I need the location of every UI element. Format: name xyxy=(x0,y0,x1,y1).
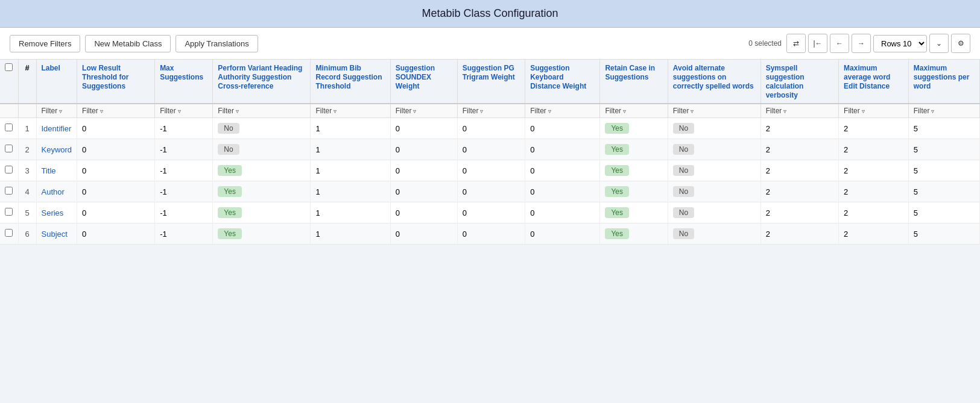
filter-max-edit-text: Filter xyxy=(844,107,860,115)
row-checkbox-cell[interactable] xyxy=(0,223,18,245)
row-symspell: 2 xyxy=(760,202,838,223)
row-label-cell[interactable]: Subject xyxy=(36,223,77,245)
filter-max-word-icon: ▿ xyxy=(931,108,934,114)
filter-max-sugg-cell[interactable]: Filter ▿ xyxy=(155,104,213,118)
filter-avoid-cell[interactable]: Filter ▿ xyxy=(668,104,760,118)
table-row: 4 Author 0 -1 Yes 1 0 0 0 Yes No 2 2 5 xyxy=(0,181,980,202)
row-label[interactable]: Keyword xyxy=(42,145,72,154)
symspell-sort-link[interactable]: Symspell suggestion calculation verbosit… xyxy=(766,64,805,99)
row-max-per-word: 5 xyxy=(908,160,979,181)
select-all-header[interactable] xyxy=(0,60,18,104)
row-label[interactable]: Title xyxy=(42,166,56,175)
pg-trigram-sort-link[interactable]: Suggestion PG Trigram Weight xyxy=(463,64,515,81)
sort-icon-button[interactable]: ⇄ xyxy=(786,34,806,53)
retain-case-sort-link[interactable]: Retain Case in Suggestions xyxy=(605,64,655,81)
row-checkbox-cell[interactable] xyxy=(0,160,18,181)
label-sort-link[interactable]: Label xyxy=(42,64,60,72)
keyboard-sort-link[interactable]: Suggestion Keyboard Distance Weight xyxy=(530,64,586,90)
filter-low-result-cell[interactable]: Filter ▿ xyxy=(77,104,155,118)
apply-translations-button[interactable]: Apply Translations xyxy=(175,35,258,52)
row-checkbox[interactable] xyxy=(5,145,13,152)
row-label-cell[interactable]: Identifier xyxy=(36,118,77,139)
header-label[interactable]: Label xyxy=(36,60,77,104)
select-all-checkbox[interactable] xyxy=(5,63,13,71)
settings-button[interactable]: ⚙ xyxy=(951,34,970,53)
rows-per-page-select[interactable]: Rows 10 Rows 25 Rows 50 xyxy=(873,35,927,52)
avoid-alt-badge: No xyxy=(673,165,694,176)
header-max-per-word[interactable]: Maximum suggestions per word xyxy=(908,60,979,104)
row-max-sugg: -1 xyxy=(155,181,213,202)
filter-max-edit-cell[interactable]: Filter ▿ xyxy=(839,104,909,118)
header-low-result[interactable]: Low Result Threshold for Suggestions xyxy=(77,60,155,104)
row-max-sugg: -1 xyxy=(155,202,213,223)
row-perform-variant: No xyxy=(213,139,311,160)
row-checkbox-cell[interactable] xyxy=(0,139,18,160)
row-label-cell[interactable]: Series xyxy=(36,202,77,223)
filter-soundex-cell[interactable]: Filter ▿ xyxy=(390,104,457,118)
max-avg-edit-sort-link[interactable]: Maximum average word Edit Distance xyxy=(844,64,890,90)
row-label-cell[interactable]: Author xyxy=(36,181,77,202)
header-min-bib[interactable]: Minimum Bib Record Suggestion Threshold xyxy=(311,60,390,104)
row-label-cell[interactable]: Title xyxy=(36,160,77,181)
rows-dropdown-button[interactable]: ⌄ xyxy=(929,34,949,53)
row-checkbox[interactable] xyxy=(5,229,13,237)
row-checkbox-cell[interactable] xyxy=(0,118,18,139)
row-label[interactable]: Series xyxy=(42,208,64,217)
row-max-per-word: 5 xyxy=(908,181,979,202)
row-min-bib: 1 xyxy=(311,139,390,160)
filter-max-word-cell[interactable]: Filter ▿ xyxy=(908,104,979,118)
row-num: 5 xyxy=(18,202,36,223)
filter-retain-cell[interactable]: Filter ▿ xyxy=(600,104,668,118)
row-keyboard: 0 xyxy=(525,202,600,223)
row-soundex: 0 xyxy=(390,160,457,181)
filter-keyboard-cell[interactable]: Filter ▿ xyxy=(525,104,600,118)
prev-page-button[interactable]: ← xyxy=(830,34,849,53)
low-result-sort-link[interactable]: Low Result Threshold for Suggestions xyxy=(82,64,128,90)
filter-max-word-text: Filter xyxy=(914,107,930,115)
max-sugg-sort-link[interactable]: Max Suggestions xyxy=(160,64,203,81)
new-metabib-class-button[interactable]: New Metabib Class xyxy=(85,35,171,52)
row-retain-case: Yes xyxy=(600,139,668,160)
min-bib-sort-link[interactable]: Minimum Bib Record Suggestion Threshold xyxy=(315,64,382,90)
row-perform-variant: Yes xyxy=(213,160,311,181)
retain-case-badge: Yes xyxy=(605,186,629,197)
row-min-bib: 1 xyxy=(311,181,390,202)
row-max-sugg: -1 xyxy=(155,160,213,181)
filter-label-cell[interactable]: Filter ▿ xyxy=(36,104,77,118)
soundex-sort-link[interactable]: Suggestion SOUNDEX Weight xyxy=(396,64,435,90)
row-checkbox[interactable] xyxy=(5,166,13,173)
perform-variant-sort-link[interactable]: Perform Variant Heading Authority Sugges… xyxy=(218,64,302,90)
header-soundex[interactable]: Suggestion SOUNDEX Weight xyxy=(390,60,457,104)
header-perform-variant[interactable]: Perform Variant Heading Authority Sugges… xyxy=(213,60,311,104)
row-pg-trigram: 0 xyxy=(457,202,525,223)
row-checkbox-cell[interactable] xyxy=(0,202,18,223)
row-pg-trigram: 0 xyxy=(457,139,525,160)
max-per-word-sort-link[interactable]: Maximum suggestions per word xyxy=(914,64,970,90)
avoid-alt-sort-link[interactable]: Avoid alternate suggestions on correctly… xyxy=(673,64,754,90)
filter-keyboard-icon: ▿ xyxy=(548,108,551,114)
filter-pg-trigram-cell[interactable]: Filter ▿ xyxy=(457,104,525,118)
filter-symspell-cell[interactable]: Filter ▿ xyxy=(760,104,838,118)
row-checkbox-cell[interactable] xyxy=(0,181,18,202)
header-retain-case[interactable]: Retain Case in Suggestions xyxy=(600,60,668,104)
header-symspell[interactable]: Symspell suggestion calculation verbosit… xyxy=(760,60,838,104)
header-keyboard[interactable]: Suggestion Keyboard Distance Weight xyxy=(525,60,600,104)
row-label[interactable]: Subject xyxy=(42,230,68,239)
row-checkbox[interactable] xyxy=(5,187,13,195)
row-checkbox[interactable] xyxy=(5,208,13,216)
filter-min-bib-cell[interactable]: Filter ▿ xyxy=(311,104,390,118)
row-checkbox[interactable] xyxy=(5,123,13,131)
header-max-suggestions[interactable]: Max Suggestions xyxy=(155,60,213,104)
row-label-cell[interactable]: Keyword xyxy=(36,139,77,160)
first-page-button[interactable]: |← xyxy=(808,34,827,53)
row-max-per-word: 5 xyxy=(908,202,979,223)
header-avoid-alt[interactable]: Avoid alternate suggestions on correctly… xyxy=(668,60,760,104)
row-symspell: 2 xyxy=(760,139,838,160)
header-pg-trigram[interactable]: Suggestion PG Trigram Weight xyxy=(457,60,525,104)
row-label[interactable]: Author xyxy=(42,187,65,196)
next-page-button[interactable]: → xyxy=(852,34,871,53)
header-max-avg-edit[interactable]: Maximum average word Edit Distance xyxy=(839,60,909,104)
remove-filters-button[interactable]: Remove Filters xyxy=(10,35,80,52)
filter-perform-cell[interactable]: Filter ▿ xyxy=(213,104,311,118)
row-label[interactable]: Identifier xyxy=(42,124,72,133)
